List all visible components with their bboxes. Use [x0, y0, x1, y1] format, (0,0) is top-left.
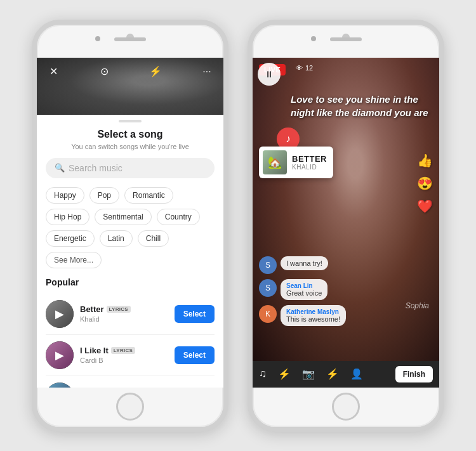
chat-username-2: Sean Lin	[286, 282, 322, 289]
user-watermark: Sophia	[406, 301, 429, 310]
left-phone: ✕ ⊙ ⚡ ··· Select a song You can switch s…	[32, 20, 228, 432]
right-phone-screen: LIVE 👁 12 ⏸ Love to see you shine in the…	[253, 58, 439, 388]
search-icon: 🔍	[55, 163, 65, 173]
right-phone: LIVE 👁 12 ⏸ Love to see you shine in the…	[248, 20, 444, 432]
tag-latin[interactable]: Latin	[100, 230, 133, 247]
phone-speaker-left	[114, 37, 146, 41]
more-icon[interactable]: ···	[198, 63, 216, 81]
live-stream-view: LIVE 👁 12 ⏸ Love to see you shine in the…	[253, 58, 439, 361]
tag-romantic[interactable]: Romantic	[124, 187, 173, 204]
bottom-action-icons: ♫ ⚡ 📷 ⚡ 👤	[259, 368, 363, 380]
panel-title: Select a song	[46, 129, 215, 140]
effects-icon[interactable]: ⚡	[278, 368, 291, 380]
tag-hiphop[interactable]: Hip Hop	[46, 209, 89, 225]
song-name-thunder: Thunder	[80, 387, 168, 388]
phone-home-left[interactable]	[116, 393, 144, 421]
music-note-icon[interactable]: ♫	[259, 368, 267, 380]
song-item-better: ▶ Better LYRICS Khalid Select	[46, 294, 215, 335]
emoji-reactions: 👍 😍 ❤️	[417, 153, 433, 214]
flash-icon[interactable]: ⚡	[326, 368, 339, 380]
lyrics-badge-i-like-it: LYRICS	[111, 347, 135, 354]
now-playing-artist: KHALID	[292, 164, 327, 171]
lightning-icon[interactable]: ⚡	[147, 63, 164, 81]
song-item-thunder: ▶ Thunder Imagine Dragons Select	[46, 376, 215, 388]
tag-pop[interactable]: Pop	[89, 187, 119, 204]
now-playing-title: BETTER	[292, 154, 327, 164]
song-thumb-img-better: ▶	[46, 300, 74, 328]
tag-see-more[interactable]: See More...	[46, 252, 102, 268]
pause-button[interactable]: ⏸	[258, 63, 281, 86]
popular-section-label: Popular	[46, 277, 215, 287]
camera-switch-icon[interactable]: 📷	[302, 368, 315, 380]
song-thumb-better: ▶	[46, 300, 74, 328]
eye-icon: 👁	[296, 64, 303, 72]
album-art-icon: 🏡	[268, 155, 282, 169]
chat-username-3: Katherine Maslyn	[286, 308, 340, 315]
phone-home-right[interactable]	[332, 393, 360, 421]
chat-avatar-3: K	[259, 305, 277, 323]
genre-tags: Happy Pop Romantic Hip Hop Sentimental C…	[46, 187, 215, 268]
chat-message-1: S I wanna try!	[259, 256, 346, 274]
viewer-count: 12	[305, 64, 313, 72]
live-viewers: 👁 12	[296, 64, 313, 72]
close-icon[interactable]: ✕	[44, 63, 62, 81]
chat-msg-text-1: I wanna try!	[286, 259, 322, 267]
song-thumb-i-like-it: ▶	[46, 341, 74, 369]
chat-msg-text-3: This is awesome!	[286, 315, 340, 323]
song-info-better: Better LYRICS Khalid	[80, 304, 168, 323]
song-name-i-like-it: I Like It LYRICS	[80, 346, 168, 355]
person-icon[interactable]: 👤	[350, 368, 363, 380]
chat-message-2: S Sean Lin Great voice	[259, 279, 346, 300]
finish-button[interactable]: Finish	[395, 366, 433, 382]
tag-sentimental[interactable]: Sentimental	[95, 209, 151, 225]
chat-msg-text-2: Great voice	[286, 289, 322, 297]
song-thumb-thunder: ▶	[46, 382, 74, 388]
tag-chill[interactable]: Chill	[138, 230, 169, 247]
song-thumb-img-thunder: ▶	[46, 382, 74, 388]
emoji-thumbsup: 👍	[417, 153, 433, 168]
song-artist-better: Khalid	[80, 315, 168, 323]
tag-happy[interactable]: Happy	[46, 187, 84, 204]
chat-content-1: I wanna try!	[281, 256, 328, 270]
camera-preview: ✕ ⊙ ⚡ ···	[37, 58, 223, 115]
live-bottom-bar: ♫ ⚡ 📷 ⚡ 👤 Finish	[253, 361, 439, 388]
drag-handle	[119, 120, 142, 122]
select-button-better[interactable]: Select	[175, 305, 215, 323]
chat-avatar-1: S	[259, 256, 277, 274]
search-placeholder: Search music	[69, 163, 122, 173]
song-selector-panel: Select a song You can switch songs while…	[37, 115, 223, 388]
chat-avatar-2: S	[259, 279, 277, 297]
song-name-better: Better LYRICS	[80, 304, 168, 314]
song-info-thunder: Thunder Imagine Dragons	[80, 387, 168, 388]
emoji-heart: ❤️	[417, 199, 433, 214]
chat-content-2: Sean Lin Great voice	[281, 279, 327, 300]
chat-area: S I wanna try! S Sean Lin Great voice K …	[259, 256, 346, 326]
now-playing-thumbnail: 🏡	[263, 150, 287, 174]
select-button-i-like-it[interactable]: Select	[175, 346, 215, 364]
tag-country[interactable]: Country	[157, 209, 200, 225]
tag-energetic[interactable]: Energetic	[46, 230, 95, 247]
now-playing-info: BETTER KHALID	[292, 154, 327, 171]
chat-content-3: Katherine Maslyn This is awesome!	[281, 305, 346, 326]
lyrics-badge-better: LYRICS	[107, 306, 131, 313]
camera-icon[interactable]: ⊙	[96, 63, 114, 81]
now-playing-card: 🏡 BETTER KHALID	[259, 147, 333, 178]
song-item-i-like-it: ▶ I Like It LYRICS Cardi B Select	[46, 335, 215, 376]
top-bar: ✕ ⊙ ⚡ ···	[37, 63, 223, 81]
panel-subtitle: You can switch songs while you're live	[46, 143, 215, 150]
live-lyrics: Love to see you shine in the night like …	[291, 93, 430, 119]
song-list: ▶ Better LYRICS Khalid Select ▶	[46, 294, 215, 388]
chat-message-3: K Katherine Maslyn This is awesome!	[259, 305, 346, 326]
song-artist-i-like-it: Cardi B	[80, 356, 168, 364]
left-phone-screen: ✕ ⊙ ⚡ ··· Select a song You can switch s…	[37, 58, 223, 388]
song-info-i-like-it: I Like It LYRICS Cardi B	[80, 346, 168, 364]
song-thumb-img-i-like-it: ▶	[46, 341, 74, 369]
emoji-heart-eyes: 😍	[417, 176, 433, 191]
search-bar[interactable]: 🔍 Search music	[46, 158, 215, 178]
phone-speaker-right	[330, 37, 362, 41]
